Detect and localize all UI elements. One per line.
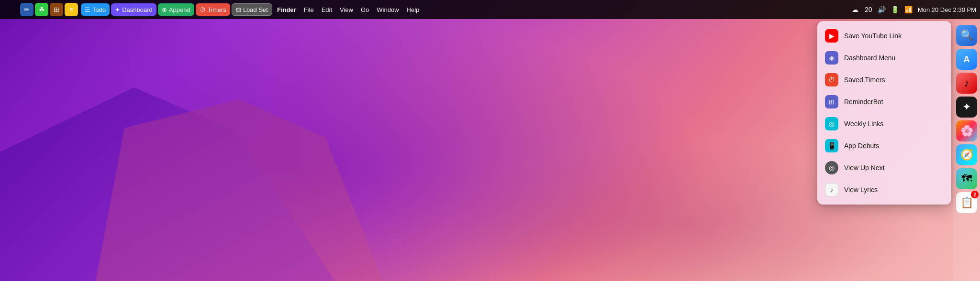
menubar-tag-buttons: ☰ Todo ✦ Dashboard ⊕ Append ⏱ Timers ⊟ L…	[81, 3, 272, 16]
green-app-icon[interactable]: ☘	[35, 3, 48, 16]
dock-maps-icon: 🗺	[961, 173, 972, 185]
timers-label: Timers	[208, 6, 226, 13]
append-label: Append	[169, 6, 190, 13]
dock-reminders[interactable]: 📋 2	[956, 192, 977, 213]
finder-help-menu[interactable]: Help	[407, 6, 420, 13]
append-button[interactable]: ⊕ Append	[158, 3, 194, 16]
dock-appstore[interactable]: A	[956, 49, 977, 70]
loadset-icon: ⊟	[236, 6, 241, 13]
reminderbot-icon: ⊞	[825, 95, 838, 108]
finder-window-menu[interactable]: Window	[377, 6, 399, 13]
view-lyrics-label: View Lyrics	[844, 186, 878, 194]
todo-button[interactable]: ☰ Todo	[81, 3, 110, 16]
dashboard-icon: ✦	[115, 6, 120, 13]
menu-item-reminderbot[interactable]: ⊞ ReminderBot	[817, 91, 951, 113]
menu-item-app-debuts[interactable]: 📱 App Debuts	[817, 135, 951, 157]
menu-item-dashboard-menu[interactable]: ◈ Dashboard Menu	[817, 47, 951, 69]
todo-icon: ☰	[85, 6, 90, 13]
datetime-display: Mon 20 Dec 2:30 PM	[918, 6, 976, 13]
menubar-right: ☁ 20 🔊 🔋 📶 Mon 20 Dec 2:30 PM	[851, 5, 976, 14]
finder-go-menu[interactable]: Go	[361, 6, 369, 13]
youtube-play-icon: ▶	[829, 32, 835, 40]
dock-reminders-badge: 2	[971, 191, 979, 198]
menu-item-saved-timers[interactable]: ⏱ Saved Timers	[817, 69, 951, 91]
dock-reminders-icon: 📋	[960, 196, 973, 209]
finder-edit-menu[interactable]: Edit	[322, 6, 332, 13]
grid-icon: ⊞	[54, 6, 59, 13]
leaf-icon: ☘	[39, 6, 45, 13]
timer-icon: ⏱	[828, 76, 835, 84]
finder-file-menu[interactable]: File	[304, 6, 314, 13]
dashboard-button[interactable]: ✦ Dashboard	[111, 3, 156, 16]
dock-finder-icon: 🔍	[960, 29, 973, 42]
dock-maps[interactable]: 🗺	[956, 168, 977, 189]
view-lyrics-icon: ♪	[825, 183, 838, 196]
dock-safari-icon: 🧭	[960, 149, 973, 161]
dock-photos[interactable]: 🌸	[956, 120, 977, 141]
timers-button[interactable]: ⏱ Timers	[196, 3, 230, 16]
menubar: ✏ ☘ ⊞ ≡ ☰ Todo ✦ Dashboard ⊕	[0, 0, 980, 19]
wifi-icon[interactable]: 📶	[904, 5, 913, 14]
bot-icon: ⊞	[829, 98, 835, 106]
app-debuts-icon: 📱	[825, 139, 838, 152]
up-next-shape-icon: ◎	[829, 164, 835, 172]
menu-item-weekly-links[interactable]: ◎ Weekly Links	[817, 113, 951, 135]
dashboard-menu-label: Dashboard Menu	[844, 54, 895, 62]
menu-item-save-youtube-link[interactable]: ▶ Save YouTube Link	[817, 25, 951, 47]
dock-photos-icon: 🌸	[960, 125, 973, 137]
apple-menu[interactable]	[4, 3, 17, 16]
loadset-button[interactable]: ⊟ Load Set	[232, 3, 272, 16]
loadset-label: Load Set	[243, 6, 268, 13]
dock-finder[interactable]: 🔍	[956, 25, 977, 46]
finder-view-menu[interactable]: View	[340, 6, 353, 13]
timers-icon: ⏱	[200, 6, 206, 13]
dock-topnotch-icon: ✦	[962, 101, 971, 113]
todo-label: Todo	[92, 6, 106, 13]
pencil-icon: ✏	[24, 6, 30, 13]
menubar-app-icons: ✏ ☘ ⊞ ≡	[20, 3, 78, 16]
brown-app-icon[interactable]: ⊞	[50, 3, 63, 16]
dock-music[interactable]: ♪	[956, 73, 977, 94]
menubar-finder: Finder File Edit View Go Window Help	[277, 6, 419, 13]
dashboard-menu-icon: ◈	[825, 51, 838, 65]
reminderbot-label: ReminderBot	[844, 98, 883, 106]
dock-appstore-icon: A	[964, 54, 970, 65]
dock-safari[interactable]: 🧭	[956, 144, 977, 165]
dashboard-label: Dashboard	[122, 6, 153, 13]
lyrics-music-icon: ♪	[830, 186, 834, 194]
menu-item-view-lyrics[interactable]: ♪ View Lyrics	[817, 179, 951, 201]
calendar-icon[interactable]: 20	[864, 5, 873, 14]
saved-timers-icon: ⏱	[825, 73, 838, 86]
dock-music-icon: ♪	[964, 77, 969, 89]
dock: 🔍 A ♪ ✦ 🌸 🧭 🗺 📋 2	[953, 21, 980, 281]
icloud-icon[interactable]: ☁	[851, 5, 859, 14]
yellow-app-icon[interactable]: ≡	[65, 3, 78, 16]
app-debuts-label: App Debuts	[844, 142, 879, 150]
menu-item-view-up-next[interactable]: ◎ View Up Next	[817, 157, 951, 179]
pencil-app-icon[interactable]: ✏	[20, 3, 33, 16]
menubar-left: ✏ ☘ ⊞ ≡ ☰ Todo ✦ Dashboard ⊕	[4, 3, 419, 16]
volume-icon[interactable]: 🔊	[878, 5, 886, 14]
links-icon: ◎	[829, 120, 835, 128]
finder-name: Finder	[277, 6, 296, 13]
list-icon: ≡	[69, 6, 73, 13]
view-up-next-label: View Up Next	[844, 164, 885, 172]
append-icon: ⊕	[162, 6, 167, 13]
saved-timers-label: Saved Timers	[844, 76, 885, 84]
save-youtube-link-label: Save YouTube Link	[844, 32, 902, 40]
weekly-links-icon: ◎	[825, 117, 838, 130]
battery-icon[interactable]: 🔋	[891, 5, 900, 14]
save-youtube-link-icon: ▶	[825, 29, 838, 43]
dock-topnotch[interactable]: ✦	[956, 97, 977, 118]
phone-icon: 📱	[828, 142, 836, 150]
view-up-next-icon: ◎	[825, 161, 838, 174]
weekly-links-label: Weekly Links	[844, 120, 883, 128]
dropdown-menu: ▶ Save YouTube Link ◈ Dashboard Menu ⏱ S…	[817, 21, 951, 205]
dashboard-menu-shape-icon: ◈	[829, 54, 835, 62]
